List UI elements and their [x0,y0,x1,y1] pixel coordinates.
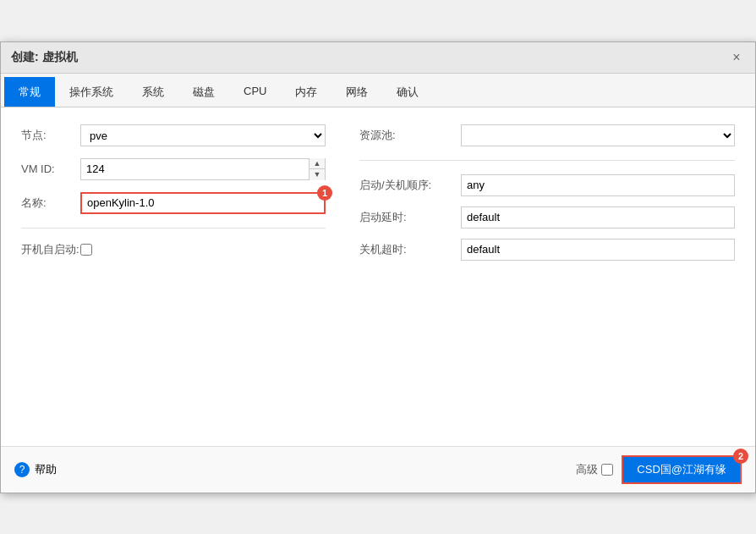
name-badge: 1 [317,185,332,201]
tab-memory[interactable]: 内存 [281,77,331,107]
shutdown-timeout-control [461,239,735,261]
name-input[interactable] [80,192,326,214]
vmid-input[interactable] [81,159,309,179]
shutdown-timeout-input[interactable] [461,239,735,261]
startup-delay-label: 启动延时: [359,210,461,225]
advanced-label: 高级 [576,462,598,477]
start-on-boot-checkbox[interactable] [80,244,92,256]
divider-1 [21,228,326,228]
node-control: pve [80,124,326,146]
node-select[interactable]: pve [80,124,326,146]
resource-pool-control [461,124,735,146]
tab-general[interactable]: 常规 [4,77,55,107]
advanced-checkbox[interactable] [601,464,613,476]
tab-cpu[interactable]: CPU [229,77,281,107]
start-stop-order-row: 启动/关机顺序: [359,174,735,196]
shutdown-timeout-label: 关机超时: [359,242,461,257]
dialog-body: 节点: pve VM ID: ▲ [1,107,755,446]
divider-2 [359,160,735,161]
tab-confirm[interactable]: 确认 [382,77,433,107]
vmid-row: VM ID: ▲ ▼ [21,158,326,180]
dialog-title: 创建: 虚拟机 [11,50,78,65]
start-stop-order-input[interactable] [461,174,735,196]
tabs-bar: 常规 操作系统 系统 磁盘 CPU 内存 网络 确认 [1,74,755,107]
node-label: 节点: [21,128,80,143]
tab-disk[interactable]: 磁盘 [178,77,229,107]
next-button[interactable]: CSD国@江湖有缘 [622,455,742,484]
vmid-label: VM ID: [21,162,80,175]
shutdown-timeout-row: 关机超时: [359,239,735,261]
startup-delay-row: 启动延时: [359,206,735,228]
dialog-footer: ? 帮助 高级 CSD国@江湖有缘 2 [1,446,755,493]
vmid-decrement[interactable]: ▼ [310,169,325,180]
vmid-spinner-buttons: ▲ ▼ [309,158,325,180]
resource-pool-label: 资源池: [359,128,461,143]
node-row: 节点: pve [21,124,326,146]
vmid-increment[interactable]: ▲ [310,158,325,170]
help-label: 帮助 [35,462,57,477]
close-button[interactable]: × [728,49,745,66]
footer-right: 高级 CSD国@江湖有缘 2 [576,455,742,484]
start-stop-order-label: 启动/关机顺序: [359,178,461,193]
name-label: 名称: [21,195,80,211]
form-section: 节点: pve VM ID: ▲ [21,124,735,271]
start-on-boot-row: 开机自启动: [21,242,326,257]
vmid-spinner: ▲ ▼ [80,158,326,180]
startup-delay-input[interactable] [461,206,735,228]
form-right: 资源池: 启动/关机顺序: 启动 [359,124,735,271]
name-control: 1 [80,192,326,214]
resource-pool-select[interactable] [461,124,735,146]
tab-os[interactable]: 操作系统 [55,77,128,107]
footer-left: ? 帮助 [14,462,57,477]
resource-pool-row: 资源池: [359,124,735,146]
form-left: 节点: pve VM ID: ▲ [21,124,326,271]
dialog-titlebar: 创建: 虚拟机 × [1,42,755,74]
help-icon[interactable]: ? [14,462,30,477]
start-on-boot-control [80,244,326,256]
vmid-control: ▲ ▼ [80,158,326,180]
next-badge: 2 [733,449,748,464]
tab-network[interactable]: 网络 [331,77,382,107]
startup-delay-control [461,206,735,228]
create-vm-dialog: 创建: 虚拟机 × 常规 操作系统 系统 磁盘 CPU 内存 网络 确认 [0,41,756,493]
start-on-boot-label: 开机自启动: [21,242,80,257]
advanced-wrap: 高级 [576,462,613,477]
start-stop-order-control [461,174,735,196]
name-row: 名称: 1 [21,192,326,214]
tab-system[interactable]: 系统 [128,77,178,107]
